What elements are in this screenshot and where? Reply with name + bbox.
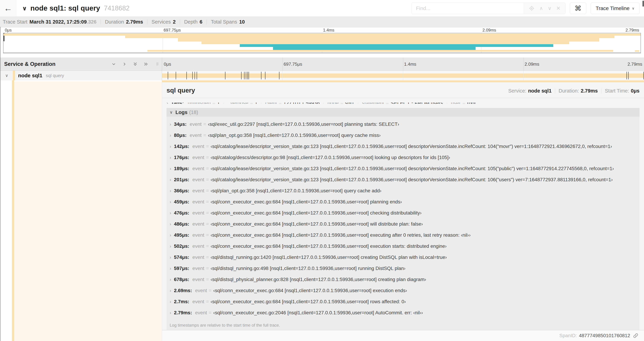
double-chevron-right-icon[interactable] <box>143 61 149 67</box>
locate-icon[interactable] <box>528 5 535 12</box>
collapse-all-icon[interactable] <box>111 61 116 67</box>
tag-item: statement = SELECT * FROM users <box>354 103 443 104</box>
log-entry-row[interactable]: › 459μs: event = ‹sql/conn_executor_exec… <box>166 196 640 207</box>
log-entry-row[interactable]: › 486μs: event = ‹sql/conn_executor_exec… <box>166 218 640 230</box>
keyboard-shortcuts-button[interactable]: ⌘ <box>570 3 586 14</box>
scrollbar-thumb[interactable] <box>642 1 644 7</box>
log-marker-tick[interactable] <box>194 72 195 79</box>
log-entry-row[interactable]: › 2.79ms: event = ‹sql/conn_executor_exe… <box>166 307 640 318</box>
log-event-label: event <box>190 121 202 127</box>
log-entry-row[interactable]: › 574μs: event = ‹sql/distsql_running.go… <box>166 252 640 263</box>
log-marker-tick[interactable] <box>626 72 627 79</box>
log-entry-row[interactable]: › 502μs: event = ‹sql/conn_executor_exec… <box>166 241 640 252</box>
log-expand-icon[interactable]: › <box>170 266 171 271</box>
log-expand-icon[interactable]: › <box>170 144 171 149</box>
log-equals: = <box>208 288 212 293</box>
logs-title: Logs <box>176 110 188 115</box>
log-marker-tick[interactable] <box>279 72 280 79</box>
log-marker-tick[interactable] <box>186 72 187 79</box>
log-expand-icon[interactable]: › <box>170 122 171 127</box>
log-marker-tick[interactable] <box>628 72 628 79</box>
double-chevron-down-icon[interactable] <box>132 61 138 67</box>
log-expand-icon[interactable]: › <box>170 133 171 138</box>
log-entry-row[interactable]: › 2.7ms: event = ‹sql/conn_executor_exec… <box>166 296 640 307</box>
log-marker-tick[interactable] <box>265 72 266 79</box>
log-entry-row[interactable]: › 476μs: event = ‹sql/conn_executor_exec… <box>166 207 640 218</box>
span-row-timeline-cell[interactable] <box>162 71 644 80</box>
log-expand-icon[interactable]: › <box>170 155 171 160</box>
find-input[interactable] <box>412 3 524 14</box>
log-marker-tick[interactable] <box>241 72 242 79</box>
log-equals: = <box>206 166 209 171</box>
log-entry-row[interactable]: › 366μs: event = ‹sql/plan_opt.go:358 [n… <box>166 185 640 196</box>
log-entry-row[interactable]: › 34μs: event = ‹sql/exec_util.go:2297 [… <box>166 119 640 130</box>
duration-label: Duration: <box>559 88 579 94</box>
logs-header[interactable]: ∨ Logs (18) <box>166 108 640 117</box>
log-marker-tick[interactable] <box>168 72 168 79</box>
log-entry-row[interactable]: › 2.69ms: event = ‹sql/conn_executor_exe… <box>166 285 640 296</box>
log-timestamp: 495μs: <box>174 232 190 238</box>
log-expand-icon[interactable]: › <box>170 299 171 304</box>
collapse-trace-icon[interactable]: ∨ <box>22 5 27 12</box>
trace-view-select[interactable]: Trace Timeline ∨ <box>591 3 640 14</box>
detail-accent-bar <box>162 80 644 82</box>
deep-link-icon[interactable] <box>633 333 638 338</box>
log-equals: = <box>206 232 209 238</box>
log-marker-tick[interactable] <box>197 72 197 79</box>
log-entry-row[interactable]: › 189μs: event = ‹sql/catalog/lease/desc… <box>166 163 640 174</box>
span-row-service-cell[interactable]: ∨ node sql1 sql query <box>0 71 162 80</box>
log-event-label: event <box>192 144 204 149</box>
timeline-gridline <box>282 58 283 71</box>
log-marker-tick[interactable] <box>225 72 226 79</box>
log-expand-icon[interactable]: › <box>170 188 171 194</box>
log-entry-row[interactable]: › 142μs: event = ‹sql/catalog/lease/desc… <box>166 141 640 152</box>
log-expand-icon[interactable]: › <box>170 232 171 238</box>
find-prev-icon[interactable]: ∧ <box>539 6 543 11</box>
log-marker-tick[interactable] <box>644 72 644 79</box>
log-expand-icon[interactable]: › <box>170 244 171 249</box>
log-expand-icon[interactable]: › <box>170 277 171 282</box>
log-expand-icon[interactable]: › <box>170 221 171 227</box>
tags-expand-icon[interactable]: › <box>166 103 168 104</box>
log-timestamp: 597μs: <box>174 266 190 271</box>
minimap-tick-labels: 0μs697.75μs1.4ms2.09ms2.79ms <box>3 27 641 33</box>
log-marker-tick[interactable] <box>192 72 193 79</box>
find-clear-icon[interactable]: ✕ <box>556 6 560 11</box>
log-marker-tick[interactable] <box>176 72 176 79</box>
log-entry-row[interactable]: › 176μs: event = ‹sql/catalog/descs/desc… <box>166 152 640 163</box>
log-expand-icon[interactable]: › <box>170 199 171 205</box>
logs-count: (18) <box>189 110 198 115</box>
log-expand-icon[interactable]: › <box>170 210 171 216</box>
minimap-canvas[interactable] <box>3 33 641 53</box>
log-message: ‹sql/catalog/lease/descriptor_version_st… <box>210 144 612 149</box>
log-equals: = <box>206 299 209 304</box>
log-entry-row[interactable]: › 495μs: event = ‹sql/conn_executor_exec… <box>166 230 640 241</box>
expand-one-icon[interactable] <box>122 61 127 67</box>
log-entry-row[interactable]: › 201μs: event = ‹sql/catalog/lease/desc… <box>166 174 640 185</box>
minimap-span-bar <box>4 34 640 36</box>
log-entry-row[interactable]: › 80μs: event = ‹sql/plan_opt.go:358 [ns… <box>166 130 640 141</box>
log-marker-tick[interactable] <box>244 72 244 79</box>
log-expand-icon[interactable]: › <box>170 288 171 293</box>
log-marker-tick[interactable] <box>248 72 248 79</box>
duration-value: 2.79ms <box>581 88 598 94</box>
divider <box>324 103 324 104</box>
log-expand-icon[interactable]: › <box>170 255 171 260</box>
log-marker-tick[interactable] <box>246 72 246 79</box>
tag-equals: = <box>250 103 253 104</box>
log-expand-icon[interactable]: › <box>170 177 171 182</box>
log-message: ‹sql/catalog/descs/descriptor.go:98 [nsq… <box>210 155 450 160</box>
log-marker-tick[interactable] <box>248 72 249 79</box>
span-detail-card: sql query Service: node sql1 Duration: 2… <box>162 82 644 330</box>
log-expand-icon[interactable]: › <box>170 310 171 315</box>
log-equals: = <box>206 254 209 260</box>
log-entry-row[interactable]: › 597μs: event = ‹sql/distsql_running.go… <box>166 263 640 274</box>
log-entry-row[interactable]: › 678μs: event = ‹sql/distsql_physical_p… <box>166 274 640 285</box>
column-resizer-handle[interactable] <box>157 62 158 66</box>
log-marker-tick[interactable] <box>261 72 262 79</box>
find-next-icon[interactable]: ∨ <box>548 6 552 11</box>
span-collapse-icon[interactable]: ∨ <box>5 73 8 78</box>
span-id-footer: SpanID: 4877749850101760812 <box>162 330 644 341</box>
log-expand-icon[interactable]: › <box>170 166 171 171</box>
back-button[interactable]: ← <box>0 0 16 17</box>
